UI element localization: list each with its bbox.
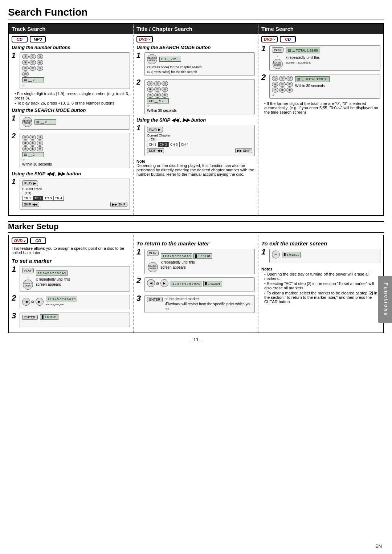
track-screen-search-1: ▤ __ 2 [34, 119, 56, 125]
finger-icon-3: ☞ [147, 104, 252, 108]
return-marker-device-1: PLAY ↓ SEARCH MODE 1 2 3 4 5 6 7 8 9 0 A… [144, 249, 255, 274]
current-ch-label: Current Chapter [147, 134, 252, 137]
track-search-mode-device-1: SEARCH MODE ▤ __ 2 [20, 115, 130, 130]
note-text-title: Depending on the disc being played, this… [136, 163, 254, 176]
time-step-2: 2 ① ② ③ ④ ⑤ [261, 73, 380, 99]
nav-left-btn-return: ◀ [147, 279, 155, 287]
skip-right-btn-track: ▶▶ SKIP [110, 202, 127, 207]
title-search-step-1: 1 SEARCH MODE CH __ /12 x1(Press once) f… [136, 52, 255, 77]
return-marker-step-1: 1 PLAY ↓ SEARCH MODE [136, 248, 255, 275]
key-8: ⑧ [29, 66, 36, 71]
track-search-mode-device-2: ① ② ③ ④ ⑤ ⑥ ⑦ ⑧ ⑨ ▤ __ 2 ☞ [20, 133, 130, 168]
within-30-sec: Within 30 seconds [22, 162, 127, 166]
marker-section: DVD-V CD This feature allows you to assi… [8, 235, 384, 333]
return-marker-screen-2b: ▊ 1 0:12:01 [203, 281, 222, 286]
return-marker-device-3: ENTER at the desired marker •Playback wi… [144, 295, 255, 313]
time-screen-2: ▤ :.̣.̣ TOTAL 1:29:00 [295, 76, 330, 82]
title-press-note: x1(Press once) for the chapter searchx2 … [147, 65, 252, 74]
note-head-title: Note [136, 159, 145, 163]
skip-left-btn-track: SKIP ◀◀ [22, 202, 39, 207]
nav-left-btn: ◀ [22, 298, 30, 306]
set-marker-col: DVD-V CD This feature allows you to assi… [9, 235, 134, 333]
ch-skip-buttons: SKIP ◀◀ ▶▶ SKIP [147, 148, 252, 153]
key-9: ⑨ [37, 66, 43, 71]
enter-btn-marker: ENTER [22, 315, 38, 320]
ch-arrow: ↓ (CH) [147, 138, 252, 141]
track-screen-search-2: ▤ __ 2 [22, 152, 44, 157]
return-marker-step-2: 2 ◀ or ▶ 1 2 3 4 5 6 7 8 9 0 AC [136, 277, 255, 293]
track-search-step-1: 1 SEARCH MODE ▤ __ 2 [12, 114, 130, 130]
title-search-device-2: ① ② ③ ④ ⑤ ⑥ ⑦ ⑧ ⑨ CH __ /12 ☞ [144, 79, 255, 114]
cd-icon-time: CD [280, 36, 296, 42]
ch-skip-diagram: PLAY ▶ Current Chapter ↓ (CH) CH 1 CH 2 … [144, 125, 255, 156]
number-buttons-title: Using the number buttons [12, 45, 130, 50]
page-number: – 11 – [8, 337, 384, 342]
key-7: ⑦ [22, 66, 29, 71]
en-label: EN [375, 543, 382, 549]
title-chapter-note: Note Depending on the disc being played,… [136, 159, 255, 176]
search-mode-title: Using the SEARCH MODE button [12, 107, 130, 113]
time-device-1: PLAY ↓ SEARCH MODE ▤ :.̣.̣ TOTAL 1:29:00 [269, 45, 380, 71]
time-note: If the former digits of the total time a… [264, 101, 380, 114]
down-arrow-time: ↓ [277, 54, 278, 58]
time-screen-1: ▤ :.̣.̣ TOTAL 1:29:00 [286, 48, 320, 53]
play-btn-marker: PLAY [22, 268, 34, 273]
track-skip-buttons: SKIP ◀◀ ▶▶ SKIP [22, 202, 127, 207]
play-button-time: PLAY [272, 47, 283, 53]
return-marker-screen-2: 1 2 3 4 5 6 7 8 9 0 AC [171, 281, 202, 286]
exit-marker-step-1: 1 ↩ ▊ 1 0:12:01 [261, 248, 380, 264]
track-disc-icons: CD MP3 [12, 36, 130, 42]
finger-icon: ☞ [22, 83, 127, 87]
set-marker-device-3: ENTER ▊ 1 0:12:01 [20, 313, 130, 327]
marker-disc-icons: DVD-V CD [12, 235, 130, 244]
time-step-1: 1 PLAY ↓ SEARCH MODE [261, 45, 380, 72]
dvdv-icon-title: DVD-V [136, 36, 153, 42]
skip-left-btn-ch: SKIP ◀◀ [147, 148, 164, 153]
skip-right-btn-ch: ▶▶ SKIP [235, 148, 252, 153]
current-track-label: Current Track [22, 187, 127, 191]
cd-icon-marker: CD [30, 237, 46, 244]
track-screen-1: ▤ __ 2 [22, 77, 44, 82]
track-search-col: Track Search CD MP3 Using the number but… [9, 24, 134, 215]
exit-marker-subtitle: To exit the marker screen [261, 238, 380, 247]
return-marker-device-2: ◀ or ▶ 1 2 3 4 5 6 7 8 9 0 AC ▊ 1 0:12:0… [144, 277, 255, 292]
time-disc-icons: DVD-V CD [261, 36, 380, 42]
return-marker-step-3: 3 ENTER at the desired marker •Playback … [136, 294, 255, 314]
search-mode-btn-marker: SEARCH MODE [23, 280, 33, 290]
track-skip-diagram: PLAY ▶ Current Track ↓ (TR) TR 1 TR 2 TR… [20, 179, 130, 210]
title-chapter-header: Title / Chapter Search [134, 24, 258, 34]
cd-icon: CD [12, 36, 28, 42]
set-marker-step-1: 1 PLAY ↓ SEARCH MODE [12, 265, 130, 292]
key-2: ② [29, 54, 36, 59]
play-btn-return: PLAY [147, 250, 159, 256]
search-mode-btn-time: SEARCH MODE [273, 59, 283, 69]
exit-marker-col: To exit the marker screen 1 ↩ ▊ 1 0:12:0… [258, 235, 383, 333]
skip-btn-title-ch: Using the SKIP ◀◀ , ▶▶ button [136, 117, 255, 123]
notes-head-exit: Notes [261, 267, 380, 271]
play-button-track: PLAY ▶ [22, 180, 38, 186]
key-0: ⑩ [22, 72, 29, 77]
marker-screen-2: 1 2 3 4 5 6 7 8 9 0 AC [46, 297, 77, 302]
exit-marker-notes: Notes Opening the disc tray or turning o… [261, 267, 380, 304]
title-screen-1: CH __ /12 [159, 57, 181, 62]
enter-btn-return: ENTER [147, 297, 163, 302]
return-button-exit: ↩ [272, 250, 280, 258]
exit-note-2: Selecting "AC" at step [2] in the sectio… [264, 281, 380, 290]
marker-subtitle-screen: ~~ ~~:~~:~~ [46, 303, 77, 306]
play-button-ch: PLAY ▶ [147, 127, 163, 133]
key-4: ④ [22, 60, 29, 65]
title-search-mode-btn: SEARCH MODE [147, 54, 157, 64]
set-marker-step-2: 2 ◀ or ▶ 1 2 3 4 5 6 7 8 9 0 AC [12, 294, 130, 310]
track-number-keypad: ① ② ③ ④ ⑤ ⑥ ⑦ ⑧ ⑨ ⑩ ▤ __ 2 [20, 52, 130, 89]
key-6: ⑥ [37, 60, 43, 65]
time-search-header: Time Search [258, 24, 383, 34]
title-within-30: Within 30 seconds [147, 109, 252, 113]
key-5: ⑤ [29, 60, 36, 65]
track-search-step-2: 2 ① ② ③ ④ ⑤ ⑥ ⑦ ⑧ [12, 132, 130, 169]
search-mode-button: SEARCH MODE [22, 117, 32, 127]
skip-btn-title-track: Using the SKIP ◀◀ , ▶▶ button [12, 171, 130, 176]
title-search-device-1: SEARCH MODE CH __ /12 x1(Press once) for… [144, 52, 255, 76]
search-mode-btn-return: SEARCH MODE [148, 262, 158, 272]
dvdv-icon-time: DVD-V [261, 36, 278, 42]
number-note-2: To play track 26, press +10, 2, 6 of the… [15, 101, 130, 105]
